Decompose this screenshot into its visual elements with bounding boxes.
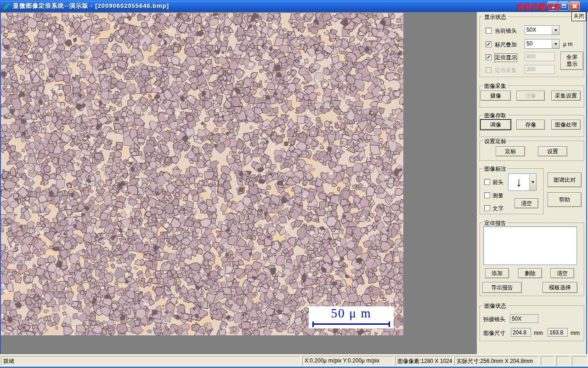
text-label: 文字 [492,205,503,213]
camera-button[interactable]: 摄像 [481,91,511,101]
status-spare-1 [541,356,554,366]
group-display-status-title: 显示状态 [483,13,508,21]
app-icon [2,2,11,10]
status-spare-3 [572,356,587,366]
fullscreen-button[interactable]: 全屏显示 [560,52,583,70]
window-title: 显微图像定倍系统--演示版 - [20090602055646.bmp] [13,2,169,10]
image-process-button[interactable]: 图像处理 [551,120,581,130]
statusbar: 就绪 X:0.200μ m/pix Y:0.200μ m/pix 图像像素:12… [0,354,588,367]
clear-annotation-button[interactable]: 清空 [514,198,538,208]
group-calibration-title: 设置定标 [483,138,508,145]
template-select-button[interactable]: 模板选择 [543,282,577,293]
current-lens-checkbox[interactable] [486,28,492,34]
scale-bar-line [312,322,390,327]
ruler-unit-label: μ m [563,41,572,47]
fixed-display-label: 定倍显示 [495,54,517,62]
fixed-capture-checkbox [486,67,492,73]
calibrate-button[interactable]: 定标 [496,146,525,156]
text-checkbox[interactable] [484,205,490,211]
ruler-value-combobox[interactable]: 50 [525,39,560,49]
group-image-status-title: 图像状态 [483,302,508,310]
titlebar: 显微图像定倍系统--演示版 - [20090602055646.bmp] [0,0,588,12]
chevron-down-icon[interactable] [552,26,559,34]
status-ready: 就绪 [1,356,300,366]
ruler-overlay-checkbox[interactable]: ✓ [486,41,492,47]
micrograph-canvas[interactable] [1,13,403,335]
status-actual-size: 实际尺寸:256.0mm X 204.8mm [454,356,539,366]
close-tooltip: 关闭 [571,12,586,21]
help-button[interactable]: 帮助 [548,192,582,207]
current-lens-value: 50X [525,26,552,34]
lens-value-field[interactable] [510,314,538,323]
ruler-value: 50 [525,40,552,48]
measure-checkbox[interactable] [484,192,490,198]
chevron-down-icon[interactable] [552,40,559,48]
clear-report-button[interactable]: 清空 [550,268,574,278]
arrow-checkbox[interactable] [484,179,490,185]
down-arrow-icon: ↓ [509,174,529,190]
status-pixel-scale: X:0.200μ m/pix Y:0.200μ m/pix [302,356,394,366]
status-image-pixels: 图像像素:1280 X 1024 [395,356,453,366]
fixed-capture-input [525,65,555,74]
arrow-style-combobox[interactable]: ↓ [508,173,537,191]
delete-button[interactable]: 删除 [518,268,542,278]
arrow-label: 箭头 [492,178,503,186]
group-storage-title: 图像存取 [483,112,508,120]
fixed-capture-label: 定倍采集 [495,67,517,75]
measure-label: 测量 [492,192,503,200]
app-window: 显微图像定倍系统--演示版 - [20090602055646.bmp] 吉林仪… [0,0,588,368]
scale-bar-label: 50 μ m [309,306,394,321]
brand-overlay-text: 吉林仪器仪表 [517,3,586,12]
save-image-button[interactable]: 存像 [516,120,545,130]
image-height-field[interactable] [548,328,568,337]
lens-label: 拍摄镜头 [483,316,505,323]
freeze-button: 冻像 [516,91,545,101]
fixed-display-input [525,52,555,61]
capture-settings-button[interactable]: 采集设置 [551,91,581,101]
image-width-field[interactable] [511,328,531,337]
scale-bar-overlay: 50 μ m [309,306,394,328]
group-annotation-title: 图像标注 [483,165,508,173]
status-spare-2 [556,356,570,366]
image-height-unit: mm [571,330,580,336]
export-report-button[interactable]: 导出报告 [482,282,522,293]
group-capture-title: 图像采集 [483,82,508,90]
ruler-overlay-label: 标尺叠加 [495,41,517,49]
atlas-compare-button[interactable]: 图谱比对 [548,172,582,187]
current-lens-label: 当前镜头 [495,27,517,35]
load-image-button[interactable]: 调像 [481,120,511,130]
report-listbox[interactable] [483,226,577,265]
fixed-display-checkbox[interactable]: ✓ [486,54,492,60]
add-button[interactable]: 添加 [485,268,509,278]
chevron-down-icon[interactable] [529,174,536,190]
image-width-unit: mm [534,330,543,336]
image-size-label: 图像尺寸 [483,329,505,337]
current-lens-combobox[interactable]: 50X [525,25,560,35]
settings-button[interactable]: 设置 [538,146,567,156]
